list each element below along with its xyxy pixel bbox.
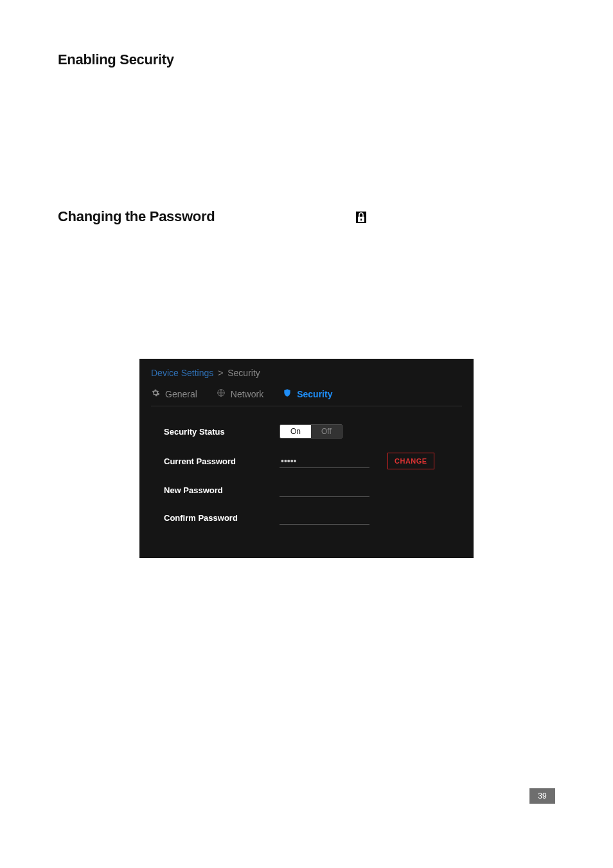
network-icon [217,388,226,399]
tab-general[interactable]: General [151,388,197,399]
breadcrumb-root[interactable]: Device Settings [151,368,213,378]
tab-network-label: Network [231,389,263,399]
security-settings-panel: Device Settings > Security General Netwo… [139,359,474,558]
current-password-input[interactable] [280,455,369,468]
breadcrumb-current: Security [227,368,260,378]
label-confirm-password: Confirm Password [164,513,280,523]
page-number-badge: 39 [529,788,555,804]
breadcrumb: Device Settings > Security [151,368,462,386]
new-password-input[interactable] [280,484,369,497]
label-security-status: Security Status [164,427,280,437]
shield-icon [283,388,292,399]
security-status-toggle[interactable]: On Off [280,424,342,439]
row-current-password: Current Password CHANGE [164,453,456,469]
tab-general-label: General [165,389,197,399]
page-footer: KDS-8-MNGR – Embedded Web Pages 39 [58,788,555,804]
footer-left-text: KDS-8-MNGR – Embedded Web Pages [58,791,195,800]
settings-figure: Device Settings > Security General Netwo… [58,359,555,558]
breadcrumb-separator: > [218,368,223,378]
label-new-password: New Password [164,485,280,495]
row-confirm-password: Confirm Password [164,511,456,525]
row-new-password: New Password [164,484,456,497]
settings-tabs: General Network Security [151,386,462,406]
lock-icon [356,212,366,226]
figure-caption: Figure 37: Security Tab – Changing the P… [58,565,555,574]
tab-network[interactable]: Network [217,388,263,399]
confirm-password-input[interactable] [280,511,369,525]
row-security-status: Security Status On Off [164,424,456,439]
tab-security-label: Security [297,389,332,399]
toggle-off[interactable]: Off [311,425,342,438]
change-button[interactable]: CHANGE [387,453,434,469]
heading-changing-password: Changing the Password [58,208,555,225]
svg-rect-2 [360,219,362,221]
toggle-on[interactable]: On [280,425,311,438]
heading-enabling-security: Enabling Security [58,51,555,68]
tab-security[interactable]: Security [283,388,332,399]
label-current-password: Current Password [164,457,280,466]
gear-icon [151,388,160,399]
